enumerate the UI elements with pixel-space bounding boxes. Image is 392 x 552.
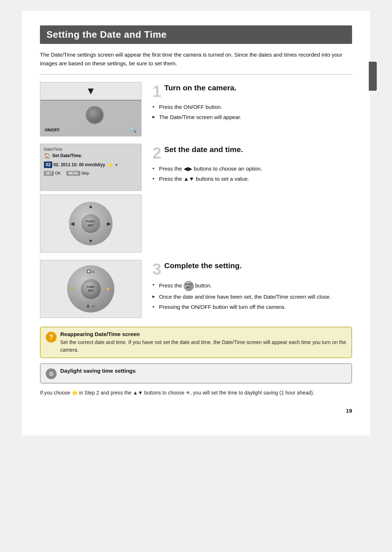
func-btn-icon: FUNCSET: [184, 281, 194, 291]
datetime-screen: Date/Time 🏠 Set Date/Time. 02 02. 2011 1…: [40, 144, 142, 191]
func-bottom-left: 🗑: [86, 304, 90, 308]
step-2-row: Date/Time 🏠 Set Date/Time. 02 02. 2011 1…: [40, 144, 352, 256]
on-off-label: ON/OFF: [45, 128, 60, 132]
dt-title: Set Date/Time.: [52, 153, 82, 158]
step-2-content: 2 Set the date and time. Press the ◀▶ bu…: [152, 144, 352, 185]
section-divider: [40, 74, 352, 75]
control-wheel: ▲ ▼ ◀ ▶ FUNC.SET: [40, 195, 142, 253]
step-1-row: ▼ – – – ON/OFF 🔍 1 Turn on the camer: [40, 82, 352, 140]
daylight-note-text: If you choose 🌟 in Step 2 and press the …: [40, 389, 352, 397]
camera-illustration: ▼ – – – ON/OFF 🔍: [40, 82, 142, 136]
dt-sep1: 02. 2011: [53, 162, 70, 167]
step-2-bullet-2: Press the ▲▼ buttons to set a value.: [152, 175, 352, 183]
func-left-icon: 🌱: [71, 287, 76, 291]
step-3-heading: 3 Complete the setting.: [152, 261, 352, 277]
house-icon: 🏠: [44, 153, 50, 159]
dt-sep2: 10:: [72, 162, 78, 167]
step-1-content: 1 Turn on the camera. Press the ON/OFF b…: [152, 82, 352, 123]
page-number: 19: [40, 408, 352, 414]
step-3-bullet-1: Press the FUNCSET button.: [152, 281, 352, 291]
step-2-number: 2: [152, 145, 161, 161]
step-1-number: 1: [152, 83, 161, 99]
step-2-heading: 2 Set the date and time.: [152, 145, 352, 161]
func-bottom-icons: 🗑 ↩: [86, 304, 95, 308]
step-3-bullet-3: Pressing the ON/OFF button will turn off…: [152, 303, 352, 311]
func-wheel: 🔲 🗂 🌱 ⚡ 🗑 ↩ FUNCSET: [40, 260, 142, 318]
wheel-down-arrow: ▼: [88, 238, 93, 244]
reappearing-note: ? Reappearing Date/Time screen Set the c…: [40, 327, 352, 358]
menu-label: MENU: [66, 171, 80, 176]
wheel-right-arrow: ▶: [107, 221, 111, 226]
step-3-image: 🔲 🗂 🌱 ⚡ 🗑 ↩ FUNCSET: [40, 260, 145, 322]
daylight-note: ⚙ Daylight saving time settings: [40, 363, 352, 384]
page-title: Setting the Date and Time: [46, 29, 346, 40]
dt-footer: SET OK MENU Skip: [44, 171, 138, 175]
skip-label: Skip: [81, 171, 89, 175]
daylight-note-content: Daylight saving time settings: [60, 368, 346, 375]
reappearing-note-text: Set the correct date and time. If you ha…: [60, 339, 346, 354]
step-1-bullet-2: The Date/Time screen will appear.: [152, 113, 352, 122]
func-outer: 🔲 🗂 🌱 ⚡ 🗑 ↩ FUNCSET: [67, 265, 114, 312]
step-3-content: 3 Complete the setting. Press the FUNCSE…: [152, 260, 352, 313]
intro-text: The Date/Time settings screen will appea…: [40, 50, 352, 68]
step-3-row: 🔲 🗂 🌱 ⚡ 🗑 ↩ FUNCSET 3 Complete the setti…: [40, 260, 352, 322]
func-inner-label: FUNCSET: [81, 279, 101, 299]
dt-down-arrow: ▼: [115, 163, 118, 167]
wheel-up-arrow: ▲: [88, 203, 93, 209]
set-label: SET: [44, 171, 54, 176]
daylight-note-heading: Daylight saving time settings: [60, 368, 346, 374]
func-right-icon: ⚡: [106, 287, 111, 291]
step-1-bullets: Press the ON/OFF button. The Date/Time s…: [152, 103, 352, 121]
dt-day-box: 02: [44, 161, 52, 168]
dt-sep3: 00: [79, 162, 83, 167]
side-tab: [369, 62, 377, 91]
step-1-bullet-1: Press the ON/OFF button.: [152, 103, 352, 111]
step-2-image: Date/Time 🏠 Set Date/Time. 02 02. 2011 1…: [40, 144, 145, 256]
wheel-outer: ▲ ▼ ◀ ▶ FUNC.SET: [69, 202, 113, 245]
dt-value-row: 02 02. 2011 10: 00 mm/dd/yy 🌟 ▼: [44, 161, 138, 168]
func-bottom-right: ↩: [92, 304, 95, 308]
step-1-image: ▼ – – – ON/OFF 🔍: [40, 82, 145, 140]
question-icon: ?: [46, 332, 57, 343]
ok-label: OK: [55, 171, 61, 175]
step-2-bullet-1: Press the ◀▶ buttons to choose an option…: [152, 165, 352, 173]
wheel-inner-label: FUNC.SET: [81, 214, 100, 233]
step-1-heading: 1 Turn on the camera.: [152, 83, 352, 99]
wheel-left-arrow: ◀: [70, 221, 74, 226]
dt-set-btn: SET OK: [44, 171, 61, 175]
step-3-bullet-2: Once the date and time have been set, th…: [152, 293, 352, 301]
dt-header: Date/Time: [44, 147, 138, 151]
dt-dst-icon: 🌟: [108, 163, 113, 167]
page-title-bar: Setting the Date and Time: [40, 25, 352, 44]
gear-icon: ⚙: [46, 368, 57, 379]
func-top-text: 🔲 🗂: [87, 270, 95, 273]
dt-sep4: mm/dd/yy: [85, 162, 105, 167]
page-container: Setting the Date and Time The Date/Time …: [22, 11, 370, 436]
step-3-number: 3: [152, 261, 161, 277]
step-3-bullets: Press the FUNCSET button. Once the date …: [152, 281, 352, 311]
reappearing-note-content: Reappearing Date/Time screen Set the cor…: [60, 331, 346, 354]
step-2-bullets: Press the ◀▶ buttons to choose an option…: [152, 165, 352, 183]
dt-title-row: 🏠 Set Date/Time.: [44, 153, 138, 159]
reappearing-note-heading: Reappearing Date/Time screen: [60, 331, 346, 337]
dt-menu-btn: MENU Skip: [66, 171, 89, 175]
